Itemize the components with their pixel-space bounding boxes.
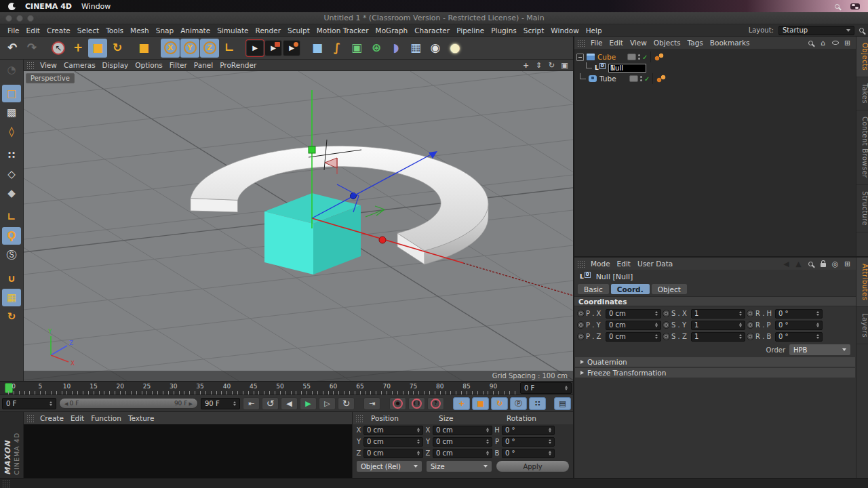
om-menu-tags[interactable]: Tags bbox=[684, 39, 707, 47]
keyframe-circle[interactable] bbox=[663, 321, 670, 329]
keyframe-circle[interactable] bbox=[663, 310, 670, 317]
viewport-zoom-icon[interactable]: ⇕ bbox=[533, 60, 545, 70]
panel-tab-takes[interactable]: Takes bbox=[856, 77, 868, 110]
phong-tag-icon[interactable] bbox=[654, 53, 665, 61]
tab-object[interactable]: Object bbox=[652, 284, 687, 294]
frame-range-slider[interactable]: ◀ 0 F 90 F ▶ bbox=[59, 398, 198, 409]
attr-lock-icon[interactable] bbox=[817, 259, 829, 268]
rotation-h-field[interactable]: 0 ° bbox=[502, 426, 555, 435]
points-mode-button[interactable]: ∷ bbox=[2, 146, 21, 164]
viewport-menu-prorender[interactable]: ProRender bbox=[216, 61, 260, 69]
om-menu-objects[interactable]: Objects bbox=[650, 39, 684, 47]
viewport-maximize-icon[interactable]: ▣ bbox=[559, 60, 570, 70]
om-menu-file[interactable]: File bbox=[587, 39, 606, 47]
object-row-cube[interactable]: Cube ✓ bbox=[574, 52, 856, 62]
material-menu-edit[interactable]: Edit bbox=[67, 414, 87, 422]
viewport-pan-icon[interactable]: + bbox=[520, 60, 532, 70]
attr-focus-icon[interactable]: ◎ bbox=[829, 259, 841, 268]
light-button[interactable]: ● bbox=[446, 39, 465, 58]
keyframe-circle[interactable] bbox=[577, 310, 585, 317]
render-settings-button[interactable]: ▶ bbox=[283, 40, 300, 56]
sz-field[interactable]: 1 bbox=[691, 332, 745, 342]
autokeying-button[interactable]: ( ) bbox=[408, 397, 425, 410]
rotate-tool[interactable]: ↻ bbox=[108, 39, 127, 58]
play-button[interactable]: ▶ bbox=[300, 397, 317, 410]
app-menu[interactable]: CINEMA 4D bbox=[25, 2, 72, 11]
enabled-check-icon[interactable]: ✓ bbox=[642, 54, 648, 61]
order-select[interactable]: HPB bbox=[789, 344, 850, 355]
om-menu-view[interactable]: View bbox=[627, 39, 650, 47]
key-scale-button[interactable]: ■ bbox=[472, 397, 489, 410]
menu-item-simulate[interactable]: Simulate bbox=[214, 26, 252, 35]
visibility-dots[interactable] bbox=[640, 76, 642, 81]
keyframe-circle[interactable] bbox=[577, 321, 585, 329]
live-selection-tool[interactable]: ↖ bbox=[49, 39, 68, 58]
keyframe-circle[interactable] bbox=[663, 333, 670, 340]
apple-logo[interactable] bbox=[8, 3, 16, 10]
menu-item-motion-tracker[interactable]: Motion Tracker bbox=[313, 26, 372, 35]
null-object-icon[interactable]: L0 bbox=[595, 64, 606, 71]
panel-grip-icon[interactable] bbox=[577, 39, 585, 47]
workplane-rotate-button[interactable]: ↻ bbox=[2, 308, 21, 325]
snap-button[interactable]: ∪ bbox=[2, 270, 21, 287]
coordinates-section-header[interactable]: Coordinates bbox=[574, 296, 856, 306]
rb-field[interactable]: 0 ° bbox=[775, 332, 823, 342]
viewport-3d-scene[interactable] bbox=[24, 71, 573, 381]
panel-grip-icon[interactable] bbox=[26, 415, 34, 422]
next-frame-button[interactable]: ▷ bbox=[319, 397, 336, 410]
range-left-arrow-icon[interactable]: ◀ bbox=[64, 401, 70, 407]
menu-item-render[interactable]: Render bbox=[252, 26, 284, 35]
menu-item-select[interactable]: Select bbox=[74, 26, 102, 35]
menu-item-edit[interactable]: Edit bbox=[23, 26, 43, 35]
viewport-menu-view[interactable]: View bbox=[37, 61, 60, 69]
keyframe-circle[interactable] bbox=[577, 333, 585, 340]
om-home-icon[interactable]: ⌂ bbox=[817, 38, 829, 47]
key-position-button[interactable]: + bbox=[453, 397, 470, 410]
key-parameter-button[interactable]: Ⓟ bbox=[510, 397, 527, 410]
panel-tab-attributes[interactable]: Attributes bbox=[856, 258, 868, 307]
object-rename-input[interactable] bbox=[608, 64, 646, 73]
tree-collapse-icon[interactable] bbox=[576, 54, 584, 61]
deformers-button[interactable]: ◗ bbox=[387, 39, 406, 58]
tube-object-icon[interactable] bbox=[589, 75, 597, 82]
workplane-lock-button[interactable]: ▦ bbox=[2, 289, 21, 306]
control-center-icon[interactable] bbox=[850, 3, 860, 9]
spotlight-icon[interactable] bbox=[835, 4, 840, 9]
menu-item-help[interactable]: Help bbox=[583, 26, 606, 35]
range-start-field[interactable]: 0 F bbox=[2, 398, 56, 409]
camera-button[interactable]: ◉ bbox=[426, 39, 445, 58]
last-used-tool[interactable]: ■ bbox=[134, 39, 153, 58]
py-field[interactable]: 0 cm bbox=[606, 321, 661, 330]
tab-coord-[interactable]: Coord. bbox=[611, 284, 650, 294]
menu-item-script[interactable]: Script bbox=[520, 26, 547, 35]
goto-end-button[interactable]: ⇥ bbox=[363, 397, 380, 410]
attr-menu-edit[interactable]: Edit bbox=[614, 260, 634, 268]
layer-toggle[interactable] bbox=[627, 54, 636, 60]
attr-back-icon[interactable]: ◀ bbox=[781, 259, 792, 268]
material-list-area[interactable] bbox=[24, 424, 352, 478]
key-rotation-button[interactable]: ↻ bbox=[491, 397, 508, 410]
om-search-icon[interactable] bbox=[805, 38, 816, 47]
visibility-dots[interactable] bbox=[638, 54, 640, 60]
workplane-mode-button[interactable]: ◊ bbox=[2, 123, 21, 140]
key-pla-button[interactable]: ∷ bbox=[529, 397, 546, 410]
pz-field[interactable]: 0 cm bbox=[606, 332, 661, 342]
move-tool[interactable]: + bbox=[68, 39, 87, 58]
sy-field[interactable]: 1 bbox=[691, 321, 745, 330]
layer-toggle[interactable] bbox=[629, 75, 638, 82]
viewport-solo-button[interactable]: Ϙ bbox=[2, 227, 21, 245]
px-field[interactable]: 0 cm bbox=[606, 309, 661, 319]
attr-search-icon[interactable] bbox=[805, 259, 816, 268]
viewport-menu-panel[interactable]: Panel bbox=[191, 61, 216, 69]
coordinate-mode-select[interactable]: Object (Rel) bbox=[357, 461, 422, 472]
previous-frame-button[interactable]: ◀ bbox=[281, 397, 298, 410]
material-menu-function[interactable]: Function bbox=[87, 414, 125, 422]
freeze-transformation-section[interactable]: Freeze Transformation bbox=[575, 368, 855, 378]
lock-y-axis-button[interactable]: Y bbox=[180, 39, 199, 58]
menu-item-sculpt[interactable]: Sculpt bbox=[284, 26, 313, 35]
range-right-arrow-icon[interactable]: ▶ bbox=[187, 401, 193, 407]
position-z-field[interactable]: 0 cm bbox=[363, 449, 423, 458]
object-row-tube[interactable]: Tube ✓ bbox=[574, 73, 856, 84]
attr-menu-mode[interactable]: Mode bbox=[587, 260, 614, 268]
edges-mode-button[interactable]: ◇ bbox=[2, 165, 21, 183]
